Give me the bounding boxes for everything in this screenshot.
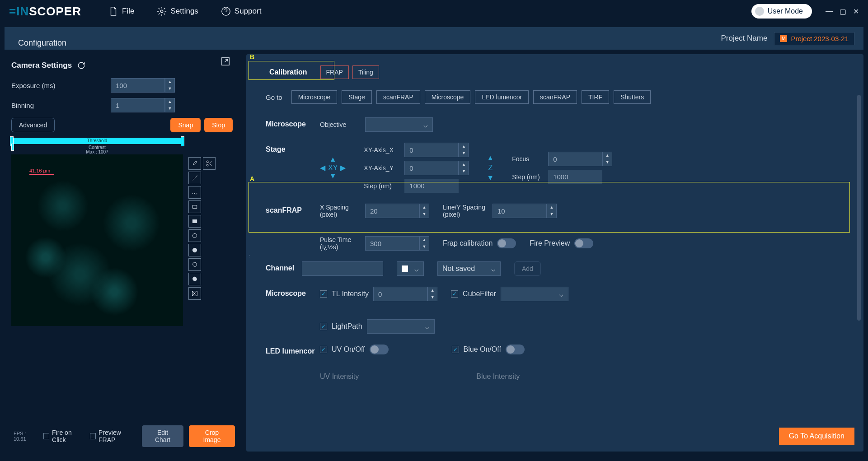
ysp-up[interactable]: ▲ — [547, 204, 556, 211]
pulse-down[interactable]: ▼ — [420, 243, 429, 250]
rect-fill-tool[interactable] — [188, 215, 201, 228]
goto-chip-0[interactable]: Microscope — [291, 90, 338, 104]
project-chip[interactable]: M Project 2023-03-21 — [774, 32, 854, 45]
advanced-button[interactable]: Advanced — [11, 118, 55, 132]
xy-down[interactable]: ▼ — [329, 172, 337, 180]
focus-down[interactable]: ▼ — [603, 159, 612, 166]
focus-up[interactable]: ▲ — [603, 152, 612, 159]
goto-chip-5[interactable]: scanFRAP — [533, 90, 577, 104]
frap-cal-toggle[interactable] — [497, 238, 516, 248]
user-mode-toggle[interactable]: User Mode — [751, 4, 812, 19]
xsp-down[interactable]: ▼ — [420, 211, 429, 218]
xyx-input[interactable] — [404, 143, 459, 157]
focus-input[interactable] — [548, 152, 602, 166]
menu-file[interactable]: File — [108, 6, 134, 16]
xyx-up[interactable]: ▲ — [459, 143, 468, 150]
binning-down[interactable]: ▼ — [165, 105, 174, 112]
scrollbar[interactable] — [857, 95, 861, 321]
snap-button[interactable]: Snap — [170, 118, 201, 132]
line-tool[interactable] — [188, 172, 201, 184]
goto-chip-2[interactable]: scanFRAP — [376, 90, 420, 104]
goto-chip-4[interactable]: LED lumencor — [475, 90, 529, 104]
camera-preview[interactable]: 41.16 µm — [11, 154, 183, 326]
preview-frap-checkbox[interactable]: Preview FRAP — [90, 429, 136, 443]
close-icon[interactable]: ✕ — [853, 7, 859, 16]
xyy-up[interactable]: ▲ — [459, 161, 468, 168]
blue-toggle[interactable] — [506, 345, 525, 354]
step-input[interactable] — [404, 179, 459, 193]
go-to-acquisition-button[interactable]: Go To Acquisition — [779, 428, 854, 445]
minimize-icon[interactable]: — — [826, 7, 833, 16]
zstep-input[interactable] — [548, 170, 602, 184]
tl-up[interactable]: ▲ — [428, 287, 437, 294]
xy-left[interactable]: ◀ — [320, 163, 325, 172]
xsp-up[interactable]: ▲ — [420, 204, 429, 211]
resize-handle[interactable]: ⋮⋮ — [246, 253, 252, 258]
crosshair-tool[interactable] — [188, 287, 201, 300]
xyy-down[interactable]: ▼ — [459, 168, 468, 175]
contrast-slider[interactable]: Contrast — [11, 145, 183, 149]
exposure-down[interactable]: ▼ — [165, 85, 174, 92]
uv-toggle[interactable] — [370, 345, 389, 354]
refresh-icon[interactable] — [77, 61, 85, 70]
threshold-slider[interactable]: Threshold — [11, 138, 183, 144]
pulse-up[interactable]: ▲ — [420, 237, 429, 243]
channel-name-input[interactable] — [302, 261, 383, 276]
exposure-input[interactable]: ▲▼ — [111, 78, 175, 93]
cubefilter-select[interactable]: ⌵ — [501, 287, 568, 301]
channel-save-select[interactable]: Not saved⌵ — [437, 261, 501, 276]
fire-preview-toggle[interactable] — [574, 238, 593, 248]
fire-on-click-checkbox[interactable]: Fire on Click — [43, 429, 84, 443]
blue-check[interactable]: ✓ — [452, 346, 459, 353]
lightpath-check[interactable]: ✓ — [320, 323, 327, 330]
binning-input[interactable]: ▲▼ — [111, 98, 175, 112]
maximize-icon[interactable]: ▢ — [840, 7, 846, 16]
xyx-down[interactable]: ▼ — [459, 150, 468, 157]
menu-settings[interactable]: Settings — [157, 6, 198, 16]
channel-color-select[interactable]: ⌵ — [397, 261, 424, 276]
lightpath-select[interactable]: ⌵ — [367, 319, 435, 334]
goto-chip-3[interactable]: Microscope — [425, 90, 471, 104]
yspacing-input[interactable] — [493, 204, 547, 218]
xspacing-input[interactable] — [365, 204, 419, 218]
add-channel-button[interactable]: Add — [514, 261, 541, 276]
xy-right[interactable]: ▶ — [340, 163, 346, 172]
edit-chart-button[interactable]: Edit Chart — [142, 425, 183, 447]
tl-down[interactable]: ▼ — [428, 294, 437, 301]
eyedropper-tool[interactable] — [188, 157, 201, 170]
popout-button[interactable] — [221, 56, 230, 68]
rect-outline-tool[interactable] — [188, 200, 201, 213]
circle-outline-tool[interactable] — [188, 229, 201, 242]
tab-frap[interactable]: FRAP — [320, 65, 349, 79]
xy-up[interactable]: ▲ — [329, 155, 337, 163]
stop-button[interactable]: Stop — [204, 118, 233, 132]
circle-fill-tool[interactable] — [188, 244, 201, 256]
exposure-up[interactable]: ▲ — [165, 79, 174, 85]
pulse-input[interactable] — [365, 236, 419, 251]
menu-support[interactable]: Support — [221, 6, 262, 16]
blob-fill-tool[interactable] — [188, 273, 201, 285]
tl-intensity-input[interactable] — [373, 287, 427, 301]
exposure-field[interactable] — [111, 78, 165, 93]
tl-intensity-check[interactable]: ✓ — [320, 290, 327, 298]
curve-tool[interactable] — [188, 186, 201, 199]
z-down[interactable]: ▼ — [487, 174, 494, 182]
crop-image-button[interactable]: Crop Image — [189, 425, 235, 447]
goto-chip-6[interactable]: TIRF — [582, 90, 609, 104]
goto-chip-1[interactable]: Stage — [342, 90, 372, 104]
binning-up[interactable]: ▲ — [165, 98, 174, 105]
tab-calibration[interactable]: Calibration — [260, 63, 317, 81]
contrast-handle[interactable] — [11, 144, 14, 151]
tab-tiling[interactable]: Tiling — [352, 65, 379, 79]
z-up[interactable]: ▲ — [487, 154, 494, 162]
xyy-input[interactable] — [404, 161, 459, 175]
section-microscope2: Microscope ✓TL Intensity▲▼ ✓CubeFilter⌵ … — [258, 281, 852, 339]
blob-outline-tool[interactable] — [188, 258, 201, 271]
cubefilter-check[interactable]: ✓ — [451, 290, 458, 298]
cut-tool[interactable] — [203, 157, 216, 170]
ysp-down[interactable]: ▼ — [547, 211, 556, 218]
goto-chip-7[interactable]: Shutters — [614, 90, 651, 104]
uv-check[interactable]: ✓ — [320, 346, 327, 353]
objective-select[interactable]: ⌵ — [365, 117, 433, 132]
binning-field[interactable] — [111, 98, 165, 112]
